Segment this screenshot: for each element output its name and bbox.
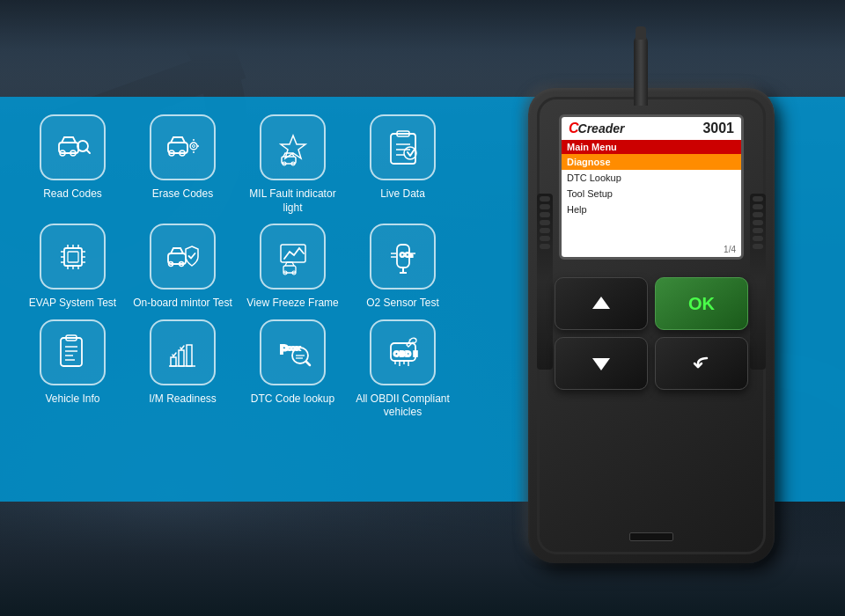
- im-readiness-icon-box: [150, 319, 216, 385]
- screen-brand: CCreader: [569, 121, 624, 136]
- screen-content: Main Menu Diagnose DTC Lookup Tool Setup…: [562, 140, 741, 257]
- screen-menu-item-help[interactable]: Help: [562, 202, 741, 217]
- cable: [634, 35, 648, 106]
- feature-mil-fault: MIL Fault indicator light: [242, 114, 343, 215]
- mil-fault-label: MIL Fault indicator light: [242, 187, 343, 215]
- feature-read-codes: Read Codes: [22, 114, 123, 215]
- screen-menu-item-diagnose[interactable]: Diagnose: [562, 154, 741, 170]
- obdii-compliant-label: All OBDII Compliant vehicles: [352, 392, 453, 420]
- onboard-monitor-label: On-board mintor Test: [133, 297, 232, 311]
- svg-rect-42: [283, 266, 296, 273]
- evap-system-label: EVAP System Test: [29, 297, 116, 311]
- screen-page-indicator: 1/4: [724, 245, 736, 254]
- svg-line-4: [86, 150, 90, 153]
- left-grip: [537, 194, 553, 370]
- o2-sensor-icon-box: CO₂: [370, 224, 436, 290]
- svg-rect-52: [61, 338, 82, 366]
- svg-rect-60: [187, 345, 192, 366]
- svg-marker-74: [592, 297, 610, 309]
- up-button[interactable]: [555, 277, 648, 330]
- erase-codes-label: Erase Codes: [152, 187, 213, 202]
- screen-model: 3001: [702, 121, 734, 136]
- feature-erase-codes: Erase Codes: [132, 114, 233, 215]
- feature-view-freeze: View Freeze Frame: [242, 224, 343, 311]
- feature-obdii-compliant: OBD II All OBDII Compliant vehicles: [352, 319, 453, 420]
- scanner-device: CCreader 3001 Main Menu Diagnose DTC Loo…: [511, 35, 792, 581]
- vehicle-info-icon-box: [40, 319, 106, 385]
- right-grip: [750, 194, 766, 370]
- feature-evap-system: EVAP System Test: [22, 224, 123, 311]
- feature-o2-sensor: CO₂ O2 Sensor Test: [352, 224, 453, 311]
- mil-fault-icon-box: [260, 114, 326, 180]
- svg-point-9: [192, 144, 195, 147]
- svg-point-23: [404, 147, 416, 159]
- device-body: CCreader 3001 Main Menu Diagnose DTC Loo…: [528, 88, 775, 563]
- svg-text:CO₂: CO₂: [400, 251, 413, 259]
- svg-rect-58: [171, 357, 176, 366]
- o2-sensor-label: O2 Sensor Test: [366, 297, 439, 311]
- live-data-label: Live Data: [380, 187, 425, 202]
- dtc-lookup-label: DTC Code lookup: [251, 392, 334, 407]
- down-button[interactable]: [555, 337, 648, 390]
- live-data-icon-box: [370, 114, 436, 180]
- feature-dtc-lookup: P xxxx DTC Code lookup: [242, 319, 343, 420]
- features-grid: Read Codes Erase Codes: [22, 114, 462, 420]
- back-button[interactable]: [655, 337, 748, 390]
- screen-menu-item-dtc[interactable]: DTC Lookup: [562, 170, 741, 186]
- view-freeze-icon-box: [260, 224, 326, 290]
- im-readiness-label: I/M Readiness: [149, 392, 217, 407]
- vehicle-info-label: Vehicle Info: [45, 392, 99, 407]
- svg-rect-59: [179, 350, 184, 366]
- feature-im-readiness: I/M Readiness: [132, 319, 233, 420]
- read-codes-label: Read Codes: [43, 187, 102, 202]
- brand-c-letter: C: [569, 121, 579, 136]
- svg-rect-41: [281, 245, 305, 262]
- ok-button[interactable]: OK: [655, 277, 748, 330]
- read-codes-icon-box: [40, 114, 106, 180]
- obdii-compliant-icon-box: OBD II: [370, 319, 436, 385]
- svg-rect-25: [68, 252, 78, 262]
- erase-codes-icon-box: [150, 114, 216, 180]
- evap-system-icon-box: [40, 224, 106, 290]
- connector-port: [629, 532, 673, 541]
- svg-point-8: [190, 143, 197, 150]
- svg-rect-15: [282, 157, 296, 164]
- screen-menu-item-tool-setup[interactable]: Tool Setup: [562, 186, 741, 202]
- screen-header: CCreader 3001: [562, 117, 741, 140]
- svg-rect-24: [64, 248, 82, 266]
- onboard-monitor-icon-box: [150, 224, 216, 290]
- nav-buttons: OK: [555, 277, 748, 390]
- dtc-lookup-icon-box: P xxxx: [260, 319, 326, 385]
- screen-menu-title: Main Menu: [562, 140, 741, 154]
- feature-onboard-monitor: On-board mintor Test: [132, 224, 233, 311]
- feature-vehicle-info: Vehicle Info: [22, 319, 123, 420]
- svg-marker-75: [592, 358, 610, 370]
- svg-text:OBD II: OBD II: [393, 349, 418, 358]
- view-freeze-label: View Freeze Frame: [246, 297, 338, 311]
- device-screen: CCreader 3001 Main Menu Diagnose DTC Loo…: [559, 114, 744, 260]
- feature-live-data: Live Data: [352, 114, 453, 215]
- brand-name-text: Creader: [578, 121, 625, 136]
- svg-line-65: [306, 362, 310, 365]
- ok-button-label: OK: [688, 294, 715, 314]
